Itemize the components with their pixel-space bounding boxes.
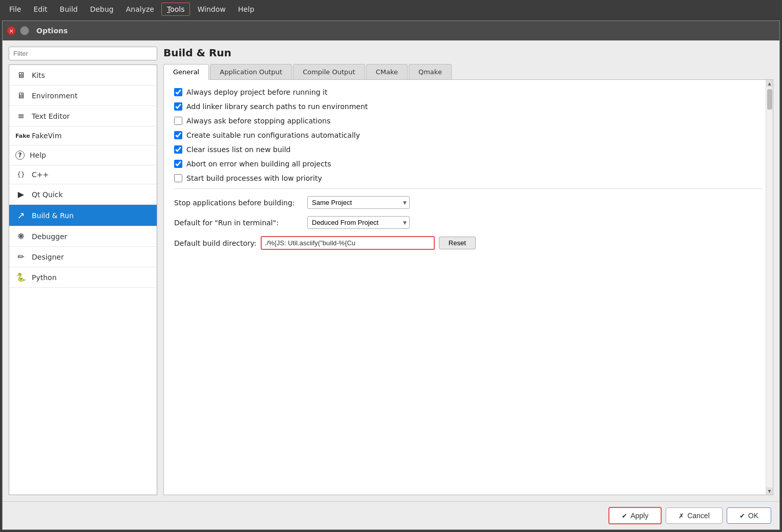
reset-button[interactable]: Reset (439, 237, 476, 249)
sidebar-label-help: Help (30, 151, 46, 159)
stop-apps-row: Stop applications before building: Alway… (174, 196, 763, 209)
sidebar-item-fakevim[interactable]: Fake FakeVim (9, 126, 157, 145)
cancel-button[interactable]: ✗ Cancel (666, 507, 723, 524)
label-abort: Abort on error when building all project… (186, 160, 331, 168)
qt-quick-icon: ▶ (15, 189, 27, 199)
label-low-priority: Start build processes with low priority (186, 174, 322, 182)
run-terminal-row: Default for "Run in terminal": Always Ne… (174, 216, 763, 229)
sidebar: 🖥 Kits 🖥 Environment ≡ Text Editor Fake … (9, 47, 157, 495)
stop-apps-label: Stop applications before building: (174, 199, 302, 207)
sidebar-item-debugger[interactable]: ❋ Debugger (9, 226, 157, 247)
sidebar-item-designer[interactable]: ✏ Designer (9, 247, 157, 267)
checkbox-linker[interactable] (174, 102, 182, 111)
menu-debug[interactable]: Debug (85, 3, 119, 15)
content-area: 🖥 Kits 🖥 Environment ≡ Text Editor Fake … (3, 40, 779, 501)
debugger-icon: ❋ (15, 231, 27, 241)
sidebar-label-python: Python (32, 273, 57, 282)
option-ask-stop: Always ask before stopping applications (174, 117, 763, 125)
sidebar-item-kits[interactable]: 🖥 Kits (9, 65, 157, 86)
apply-check-icon: ✔ (622, 512, 627, 520)
run-terminal-select-wrapper: Always Never Deduced From Project (307, 216, 410, 229)
scrollbar[interactable]: ▲ ▼ (766, 80, 773, 495)
tab-app-output[interactable]: Application Output (210, 64, 292, 79)
sidebar-item-cpp[interactable]: {} C++ (9, 165, 157, 184)
scroll-up-arrow[interactable]: ▲ (766, 80, 773, 87)
label-suitable: Create suitable run configurations autom… (186, 131, 360, 139)
checkbox-abort[interactable] (174, 160, 182, 168)
checkbox-suitable[interactable] (174, 131, 182, 139)
tab-cmake[interactable]: CMake (366, 64, 408, 79)
label-ask-stop: Always ask before stopping applications (186, 117, 330, 125)
scroll-down-arrow[interactable]: ▼ (766, 487, 773, 495)
label-clear: Clear issues list on new build (186, 145, 291, 154)
build-dir-row: Default build directory: Reset (174, 236, 763, 250)
sidebar-item-qt-quick[interactable]: ▶ Qt Quick (9, 184, 157, 205)
cpp-icon: {} (15, 171, 27, 178)
menubar: File Edit Build Debug Analyze Tools Wind… (0, 0, 782, 18)
bottom-bar: ✔ Apply ✗ Cancel ✔ OK (3, 501, 779, 529)
run-terminal-select[interactable]: Always Never Deduced From Project (307, 216, 410, 229)
label-deploy: Always deploy project before running it (186, 88, 328, 96)
sidebar-item-help[interactable]: ? Help (9, 145, 157, 165)
sidebar-label-environment: Environment (32, 92, 77, 100)
checkbox-deploy[interactable] (174, 88, 182, 96)
sidebar-label-text-editor: Text Editor (32, 112, 70, 120)
sidebar-item-environment[interactable]: 🖥 Environment (9, 86, 157, 106)
option-deploy-before-run: Always deploy project before running it (174, 88, 763, 96)
label-linker: Add linker library search paths to run e… (186, 102, 368, 111)
checkbox-low-priority[interactable] (174, 174, 182, 182)
ok-button[interactable]: ✔ OK (727, 507, 771, 524)
sidebar-label-qt-quick: Qt Quick (32, 190, 63, 199)
tabs: General Application Output Compile Outpu… (163, 64, 773, 80)
checkbox-ask-stop[interactable] (174, 117, 182, 125)
menu-window[interactable]: Window (192, 3, 230, 15)
ok-check-icon: ✔ (739, 512, 745, 520)
build-dir-input[interactable] (261, 236, 435, 250)
sidebar-item-build-run[interactable]: ↗ Build & Run (9, 205, 157, 226)
titlebar: × Options (3, 21, 779, 40)
option-suitable-configs: Create suitable run configurations autom… (174, 131, 763, 139)
checkbox-clear[interactable] (174, 145, 182, 154)
close-button[interactable]: × (7, 26, 16, 35)
run-terminal-label: Default for "Run in terminal": (174, 219, 302, 227)
menu-file[interactable]: File (4, 3, 26, 15)
environment-icon: 🖥 (15, 91, 27, 100)
menu-help[interactable]: Help (233, 3, 260, 15)
sidebar-label-kits: Kits (32, 71, 45, 79)
menu-edit[interactable]: Edit (28, 3, 52, 15)
sidebar-label-designer: Designer (32, 253, 64, 261)
sidebar-item-python[interactable]: 🐍 Python (9, 267, 157, 288)
tab-content-general: Always deploy project before running it … (163, 80, 773, 495)
scroll-thumb[interactable] (767, 89, 772, 110)
menu-build[interactable]: Build (55, 3, 83, 15)
sidebar-item-text-editor[interactable]: ≡ Text Editor (9, 106, 157, 126)
fakevim-icon: Fake (15, 133, 27, 139)
sidebar-label-cpp: C++ (32, 171, 49, 179)
sidebar-label-fakevim: FakeVim (32, 132, 61, 140)
ok-label: OK (748, 512, 758, 520)
option-abort-error: Abort on error when building all project… (174, 160, 763, 168)
apply-button[interactable]: ✔ Apply (608, 507, 662, 524)
option-linker-search: Add linker library search paths to run e… (174, 102, 763, 111)
menu-analyze[interactable]: Analyze (121, 3, 159, 15)
stop-apps-select[interactable]: Always Never Same Project (307, 196, 410, 209)
tab-compile-output[interactable]: Compile Output (293, 64, 365, 79)
filter-input[interactable] (9, 47, 157, 60)
tab-general[interactable]: General (163, 64, 209, 80)
sidebar-list: 🖥 Kits 🖥 Environment ≡ Text Editor Fake … (9, 65, 157, 495)
build-dir-label: Default build directory: (174, 239, 257, 247)
cancel-x-icon: ✗ (679, 512, 684, 520)
minimize-button[interactable] (20, 26, 29, 35)
tab-qmake[interactable]: Qmake (409, 64, 452, 79)
page-title: Build & Run (163, 47, 773, 59)
sidebar-label-debugger: Debugger (32, 232, 67, 241)
main-panel: Build & Run General Application Output C… (163, 47, 773, 495)
window-title: Options (36, 27, 68, 35)
menu-tools[interactable]: Tools (161, 3, 191, 16)
help-icon: ? (15, 151, 25, 160)
designer-icon: ✏ (15, 252, 27, 262)
sidebar-label-build-run: Build & Run (32, 211, 74, 220)
text-editor-icon: ≡ (15, 111, 27, 121)
apply-label: Apply (630, 512, 648, 520)
options-window: × Options 🖥 Kits 🖥 Environment ≡ Text Ed… (2, 20, 780, 530)
